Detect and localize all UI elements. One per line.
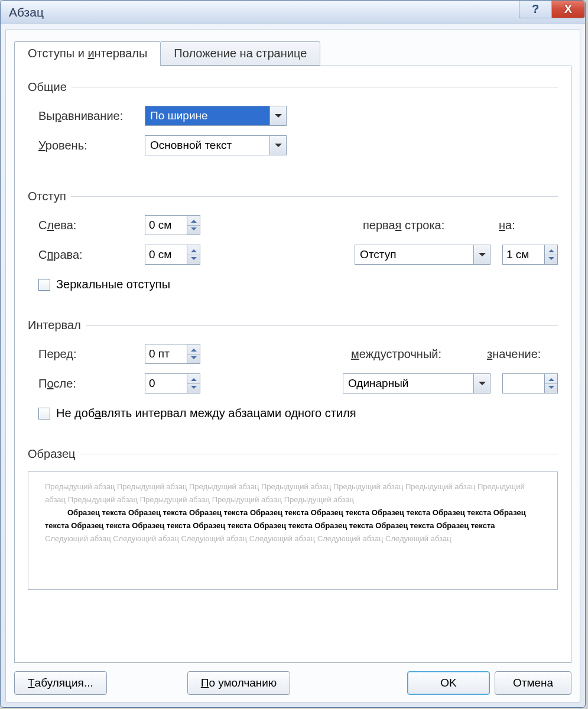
group-indent: Отступ <box>28 190 558 203</box>
row-indent-top: Слева: 0 см первая строка: на: <box>28 215 558 235</box>
at-value <box>503 374 544 393</box>
after-spinner[interactable]: 0 <box>145 373 200 393</box>
indent-right-value: 0 см <box>145 245 187 264</box>
indent-right-spinner[interactable]: 0 см <box>145 245 200 265</box>
group-spacing: Интервал <box>28 318 558 332</box>
button-row: Табуляция... По умолчанию OK Отмена <box>14 671 571 695</box>
before-value: 0 пт <box>145 344 187 363</box>
window-controls: ? X <box>519 1 585 18</box>
close-button[interactable]: X <box>552 1 585 18</box>
ok-button[interactable]: OK <box>407 671 490 695</box>
before-label: Перед: <box>38 347 145 361</box>
row-alignment: Выравнивание: По ширине <box>28 106 558 126</box>
after-value: 0 <box>145 374 187 393</box>
noadd-label: Не добавлять интервал между абзацами одн… <box>56 406 356 420</box>
help-button[interactable]: ? <box>519 1 552 18</box>
by-spinner[interactable]: 1 см <box>502 245 558 265</box>
client-area: Отступы и интервалы Положение на страниц… <box>5 29 580 703</box>
preview-sample-text: Образец текста Образец текста Образец те… <box>45 506 541 532</box>
spinner-buttons[interactable] <box>187 374 200 393</box>
titlebar: Абзац ? X <box>1 1 585 24</box>
after-label: После: <box>38 377 145 391</box>
spinner-buttons[interactable] <box>187 216 200 235</box>
row-spacing-after: После: 0 Одинарный <box>28 373 558 393</box>
indent-left-spinner[interactable]: 0 см <box>145 215 200 235</box>
tab-strip: Отступы и интервалы Положение на страниц… <box>14 41 571 66</box>
tab-label: Отступы и интервалы <box>28 47 147 60</box>
alignment-value: По ширине <box>145 106 269 125</box>
line-spacing-value: Одинарный <box>343 374 473 393</box>
preview-next-text: Следующий абзац Следующий абзац Следующи… <box>45 532 541 545</box>
line-label: междустрочный: <box>351 347 487 361</box>
tabs-button[interactable]: Табуляция... <box>14 671 107 695</box>
spinner-buttons[interactable] <box>544 374 557 393</box>
chevron-down-icon[interactable] <box>269 106 286 125</box>
noadd-row: Не добавлять интервал между абзацами одн… <box>38 406 558 420</box>
mirror-indents-label: Зеркальные отступы <box>56 278 170 291</box>
default-button[interactable]: По умолчанию <box>187 671 291 695</box>
level-combo[interactable]: Основной текст <box>145 135 287 155</box>
preview-box: Предыдущий абзац Предыдущий абзац Предыд… <box>28 471 558 590</box>
row-level: Уровень: Основной текст <box>28 135 558 155</box>
at-label: значение: <box>487 347 558 361</box>
right-label: Справа: <box>38 248 145 262</box>
tab-label: Положение на странице <box>174 47 307 60</box>
before-spinner[interactable]: 0 пт <box>145 344 200 364</box>
spinner-buttons[interactable] <box>187 245 200 264</box>
by-label: на: <box>499 219 558 232</box>
noadd-checkbox[interactable] <box>38 408 50 419</box>
spinner-buttons[interactable] <box>544 245 557 264</box>
mirror-indents-row: Зеркальные отступы <box>38 278 558 291</box>
window-title: Абзац <box>9 5 44 19</box>
alignment-label: Выравнивание: <box>38 109 145 123</box>
line-spacing-combo[interactable]: Одинарный <box>343 373 490 393</box>
level-label: Уровень: <box>38 139 145 152</box>
mirror-indents-checkbox[interactable] <box>38 279 50 291</box>
spinner-buttons[interactable] <box>187 344 200 363</box>
chevron-down-icon[interactable] <box>473 245 490 264</box>
chevron-down-icon[interactable] <box>473 374 490 393</box>
left-label: Слева: <box>38 219 145 232</box>
row-spacing-before: Перед: 0 пт междустрочный: значение: <box>28 344 558 364</box>
preview-prev-text: Предыдущий абзац Предыдущий абзац Предыд… <box>45 480 541 506</box>
row-indent-bottom: Справа: 0 см Отступ 1 см <box>28 245 558 265</box>
tab-indents-spacing[interactable]: Отступы и интервалы <box>14 41 161 66</box>
chevron-down-icon[interactable] <box>269 136 286 155</box>
level-value: Основной текст <box>145 136 269 155</box>
group-general: Общие <box>28 80 558 94</box>
indent-left-value: 0 см <box>145 216 187 235</box>
group-preview: Образец <box>28 447 558 461</box>
tab-body: Общие Выравнивание: По ширине Уровень: О… <box>14 66 571 663</box>
alignment-combo[interactable]: По ширине <box>145 106 287 126</box>
at-spinner[interactable] <box>502 373 558 393</box>
firstline-label: первая строка: <box>363 219 499 232</box>
firstline-combo[interactable]: Отступ <box>355 245 490 265</box>
firstline-value: Отступ <box>355 245 473 264</box>
tab-page-position[interactable]: Положение на странице <box>161 41 320 66</box>
cancel-button[interactable]: Отмена <box>495 671 571 695</box>
paragraph-dialog: Абзац ? X Отступы и интервалы Положение … <box>0 0 586 708</box>
by-value: 1 см <box>503 245 544 264</box>
